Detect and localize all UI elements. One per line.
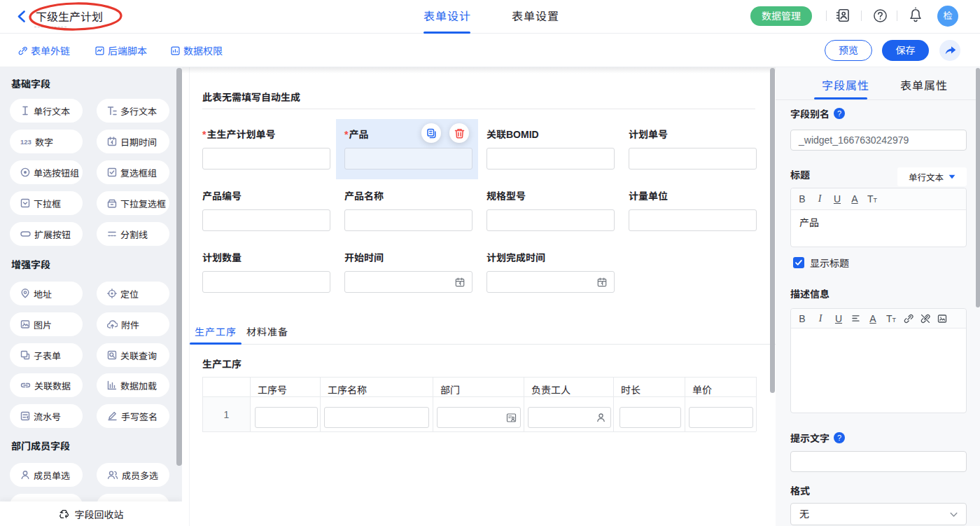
svg-text:123: 123 [20, 138, 31, 146]
